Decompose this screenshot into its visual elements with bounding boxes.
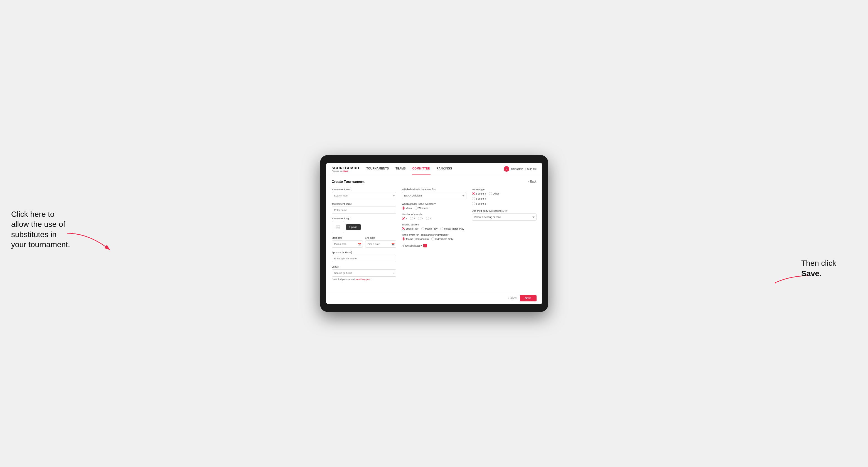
scoring-match-label: Match Play [425, 227, 438, 230]
allow-subs-checkbox[interactable]: ✓ [423, 244, 427, 247]
format-row-1: 5 count 4 Other [472, 192, 536, 195]
scoring-medal-match-radio[interactable] [440, 227, 443, 230]
venue-input[interactable] [332, 270, 396, 277]
event-for-group: Is this event for Teams and/or Individua… [402, 234, 466, 241]
sign-out-link[interactable]: Sign out [527, 167, 536, 170]
gender-mens[interactable]: Mens [402, 207, 412, 210]
tournament-logo-group: Tournament logo Upload [332, 217, 396, 233]
email-support-link[interactable]: email support [356, 278, 370, 281]
tablet-device: SCOREBOARD Powered by clippd TOURNAMENTS… [320, 155, 548, 312]
rounds-3[interactable]: 3 [418, 217, 423, 220]
allow-subs-group[interactable]: Allow substitutes? ✓ [402, 244, 466, 247]
scoring-match-radio[interactable] [421, 227, 425, 230]
rounds-4-radio[interactable] [426, 217, 429, 220]
logo-brand: clippd [342, 170, 348, 172]
format-type-group: Format type 5 count 4 Other [472, 188, 536, 205]
cancel-button[interactable]: Cancel [508, 297, 517, 300]
separator: | [525, 167, 525, 170]
tournament-name-label: Tournament name [332, 203, 396, 206]
nav-link-committee[interactable]: COMMITTEE [412, 163, 431, 175]
format-type-label: Format type [472, 188, 536, 191]
format-6count5[interactable]: 6 count 5 [472, 202, 536, 205]
rounds-3-label: 3 [422, 217, 423, 220]
event-individuals-radio[interactable] [431, 238, 434, 241]
division-select[interactable]: NCAA Division I [402, 192, 466, 199]
gender-womens[interactable]: Womens [415, 207, 428, 210]
image-icon [336, 225, 340, 229]
event-teams[interactable]: Teams (+Individuals) [402, 238, 429, 241]
scoring-medal-match[interactable]: Medal Match Play [440, 227, 464, 230]
nav-user: B blair admin | Sign out [504, 166, 536, 172]
event-individuals-label: Individuals Only [435, 238, 453, 241]
scoring-api-select[interactable]: Select a scoring service [472, 214, 536, 221]
form-columns: Tournament Host ▾ Tournament name Tourna [332, 188, 536, 284]
page-content: Create Tournament < Back Tournament Host… [326, 175, 542, 292]
tournament-host-label: Tournament Host [332, 188, 396, 191]
format-6count4-label: 6 count 4 [476, 197, 486, 200]
format-5count4[interactable]: 5 count 4 [472, 192, 486, 195]
format-6count5-radio[interactable] [472, 202, 475, 205]
form-col-1: Tournament Host ▾ Tournament name Tourna [332, 188, 396, 284]
format-5count4-label: 5 count 4 [476, 192, 486, 195]
tournament-host-input[interactable] [332, 192, 396, 199]
rounds-1-label: 1 [406, 217, 407, 220]
nav-link-teams[interactable]: TEAMS [395, 163, 406, 175]
rounds-2[interactable]: 2 [410, 217, 415, 220]
scoring-match[interactable]: Match Play [421, 227, 438, 230]
nav-link-rankings[interactable]: RANKINGS [436, 163, 453, 175]
gender-radio-group: Mens Womens [402, 207, 466, 210]
gender-group: Which gender is the event for? Mens Wome… [402, 203, 466, 210]
nav-links: TOURNAMENTS TEAMS COMMITTEE RANKINGS [366, 163, 504, 175]
save-button[interactable]: Save [520, 295, 536, 302]
rounds-label: Number of rounds [402, 213, 466, 216]
allow-subs-label: Allow substitutes? [402, 244, 422, 247]
sponsor-label: Sponsor (optional) [332, 251, 396, 254]
format-6count4-radio[interactable] [472, 197, 475, 200]
back-link[interactable]: < Back [528, 180, 536, 183]
logo-main: SCOREBOARD [332, 166, 359, 170]
rounds-4-label: 4 [430, 217, 431, 220]
page-title: Create Tournament [332, 180, 365, 184]
upload-button[interactable]: Upload [346, 224, 361, 230]
start-date-label: Start date [332, 237, 363, 239]
avatar: B [504, 166, 509, 172]
rounds-2-radio[interactable] [410, 217, 413, 220]
event-individuals[interactable]: Individuals Only [431, 238, 453, 241]
tournament-name-group: Tournament name [332, 203, 396, 214]
scoring-system-label: Scoring system [402, 223, 466, 226]
rounds-4[interactable]: 4 [426, 217, 431, 220]
logo-placeholder [332, 221, 344, 233]
rounds-2-label: 2 [414, 217, 415, 220]
nav-link-tournaments[interactable]: TOURNAMENTS [366, 163, 389, 175]
sponsor-input[interactable] [332, 255, 396, 262]
venue-group: Venue ▾ Can't find your venue? email sup… [332, 266, 396, 281]
venue-dropdown-icon: ▾ [393, 272, 395, 275]
start-date-group: Start date 📅 [332, 237, 363, 248]
rounds-3-radio[interactable] [418, 217, 421, 220]
rounds-1[interactable]: 1 [402, 217, 407, 220]
gender-womens-radio[interactable] [415, 207, 418, 210]
start-date-wrapper: 📅 [332, 241, 363, 248]
navigation: SCOREBOARD Powered by clippd TOURNAMENTS… [326, 163, 542, 175]
format-other[interactable]: Other [489, 192, 499, 195]
division-group: Which division is the event for? NCAA Di… [402, 188, 466, 199]
format-radio-group: 5 count 4 Other 6 count 4 [472, 192, 536, 205]
format-other-label: Other [493, 192, 499, 195]
rounds-1-radio[interactable] [402, 217, 405, 220]
gender-mens-radio[interactable] [402, 207, 405, 210]
date-row: Start date 📅 End date 📅 [332, 237, 396, 248]
format-other-radio[interactable] [489, 192, 492, 195]
svg-point-2 [337, 226, 337, 227]
annotation-right: Then click Save. [801, 258, 857, 279]
annotation-right-prefix: Then click [801, 259, 836, 268]
format-6count4[interactable]: 6 count 4 [472, 197, 536, 200]
logo: SCOREBOARD Powered by clippd [332, 166, 359, 172]
event-teams-radio[interactable] [402, 238, 405, 241]
format-5count4-radio[interactable] [472, 192, 475, 195]
tournament-name-input[interactable] [332, 207, 396, 214]
scoring-stroke-radio[interactable] [402, 227, 405, 230]
scoring-stroke[interactable]: Stroke Play [402, 227, 418, 230]
tournament-host-group: Tournament Host ▾ [332, 188, 396, 199]
dropdown-icon: ▾ [393, 194, 395, 197]
rounds-group: Number of rounds 1 2 [402, 213, 466, 220]
